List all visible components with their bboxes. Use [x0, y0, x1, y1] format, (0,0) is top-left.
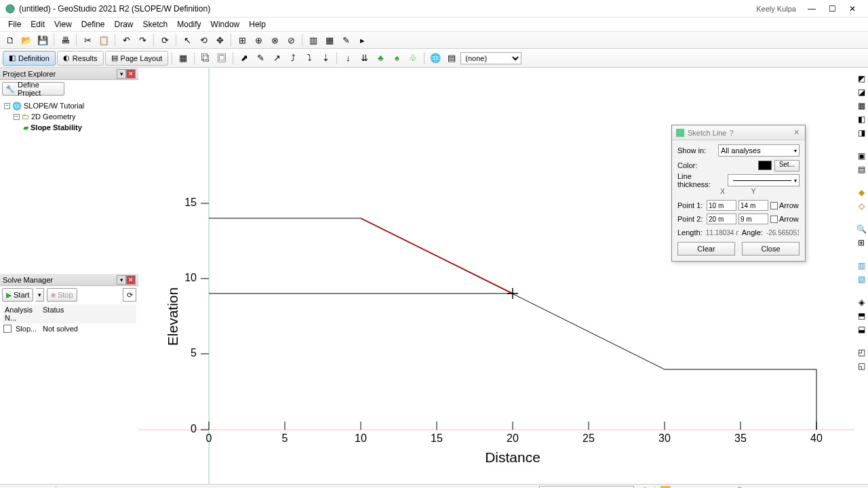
rs-icon-3[interactable]: ▦ — [856, 100, 867, 111]
set-color-button[interactable]: Set... — [774, 160, 800, 171]
menu-help[interactable]: Help — [245, 18, 270, 30]
veg1-icon[interactable]: ♣ — [373, 51, 388, 66]
define-project-button[interactable]: 🔧 Define Project — [2, 82, 64, 96]
pointer-icon[interactable]: ↖ — [180, 33, 195, 47]
rs-icon-12[interactable]: ▥ — [856, 260, 867, 271]
solve-row[interactable]: Slop... Not solved — [2, 323, 136, 334]
menu-view[interactable]: View — [50, 18, 76, 30]
rs-icon-10[interactable]: 🔍 — [856, 224, 867, 235]
show-in-select[interactable]: All analyses▾ — [718, 144, 800, 157]
undo-icon[interactable]: ↶ — [119, 33, 134, 47]
page-indicator[interactable]: 1 — [660, 486, 671, 489]
dialog-close-icon[interactable]: ✕ — [791, 128, 801, 137]
rs-icon-1[interactable]: ◩ — [856, 73, 867, 84]
surcharge-icon[interactable]: ⇣ — [318, 51, 333, 66]
thickness-select[interactable]: ▾ — [728, 174, 800, 186]
snap3-icon[interactable]: ⊗ — [267, 33, 282, 47]
minimize-button[interactable]: — — [802, 2, 822, 16]
collapse-icon[interactable]: − — [4, 103, 10, 109]
rs-icon-11[interactable]: ⊞ — [856, 237, 867, 248]
drawing-canvas[interactable]: 0 5 10 15 0 5 10 15 20 25 30 35 — [138, 68, 854, 484]
menu-sketch[interactable]: Sketch — [139, 18, 172, 30]
region-icon[interactable]: ▥ — [306, 33, 321, 47]
maximize-button[interactable]: ☐ — [822, 2, 842, 16]
clear-button[interactable]: Clear — [677, 242, 735, 256]
rs-icon-6[interactable]: ▣ — [856, 150, 867, 161]
units-icon[interactable]: 📏 — [639, 486, 655, 489]
print-status-icon[interactable]: 🖶 — [695, 486, 708, 489]
tab-definition[interactable]: ◧ Definition — [3, 51, 56, 66]
menu-edit[interactable]: Edit — [26, 18, 49, 30]
rs-icon-8[interactable]: ◆ — [856, 187, 867, 198]
snap1-icon[interactable]: ⊞ — [235, 33, 250, 47]
world-icon[interactable]: 🌐 — [428, 51, 443, 66]
save-icon[interactable]: 💾 — [35, 33, 50, 47]
sm-close-icon[interactable]: ✕ — [126, 275, 136, 285]
rs-icon-13[interactable]: ▧ — [856, 274, 867, 285]
rs-icon-9[interactable]: ◇ — [856, 201, 867, 211]
rs-icon-5[interactable]: ◨ — [856, 127, 867, 138]
rotate-icon[interactable]: ⟲ — [196, 33, 211, 47]
material-icon[interactable]: ▦ — [322, 33, 337, 47]
open-icon[interactable]: 📂 — [19, 33, 34, 47]
cut-icon[interactable]: ✂ — [80, 33, 95, 47]
rs-icon-14[interactable]: ◈ — [856, 297, 867, 308]
tool-b-icon[interactable]: ▸ — [355, 33, 370, 47]
dialog-titlebar[interactable]: Sketch Line ? ✕ — [672, 125, 805, 140]
copy-view-icon[interactable]: ⿻ — [198, 51, 213, 66]
veg3-icon[interactable]: ♧ — [406, 51, 420, 66]
anchor-icon[interactable]: ⤵ — [302, 51, 317, 66]
rs-icon-7[interactable]: ▤ — [856, 164, 867, 175]
snap4-icon[interactable]: ⊘ — [283, 33, 298, 47]
help-icon[interactable]: ? — [726, 129, 736, 137]
collapse-icon[interactable]: − — [14, 114, 20, 120]
rs-icon-18[interactable]: ◱ — [856, 361, 867, 371]
dock-icon[interactable]: ▾ — [117, 69, 126, 79]
tool-a-icon[interactable]: ✎ — [338, 33, 353, 47]
point1-arrow-checkbox[interactable] — [770, 202, 778, 209]
layer-select[interactable]: (none) — [460, 52, 521, 64]
point2-arrow-checkbox[interactable] — [770, 216, 778, 223]
tree-geometry[interactable]: − 🗀 2D Geometry — [14, 111, 134, 122]
entry-icon[interactable]: ⬈ — [237, 51, 252, 66]
start-button[interactable]: ▶ Start — [2, 288, 33, 302]
stop-button[interactable]: ■ Stop — [47, 288, 77, 302]
pan-icon[interactable]: ✥ — [212, 33, 227, 47]
point2-x-input[interactable] — [707, 214, 736, 224]
dock-icon[interactable]: ▾ — [117, 275, 126, 285]
rs-icon-17[interactable]: ◰ — [856, 347, 867, 358]
support1-icon[interactable]: ↓ — [340, 51, 355, 66]
point2-y-input[interactable] — [738, 214, 768, 224]
pe-close-icon[interactable]: ✕ — [126, 69, 136, 79]
close-dialog-button[interactable]: Close — [742, 242, 800, 256]
layer-icon[interactable]: ▤ — [444, 51, 459, 66]
tree-analysis[interactable]: ▰ Slope Stability — [23, 122, 134, 133]
new-icon[interactable]: 🗋 — [3, 33, 18, 47]
refresh-icon[interactable]: ⟳ — [157, 33, 172, 47]
menu-window[interactable]: Window — [207, 18, 244, 30]
rs-icon-15[interactable]: ⬒ — [856, 310, 867, 321]
menu-file[interactable]: File — [4, 18, 25, 30]
menu-define[interactable]: Define — [77, 18, 109, 30]
point1-x-input[interactable] — [707, 200, 736, 211]
rs-icon-4[interactable]: ◧ — [856, 114, 867, 125]
close-button[interactable]: ✕ — [842, 2, 863, 16]
tab-results[interactable]: ◐ Results — [57, 51, 104, 66]
snap2-icon[interactable]: ⊕ — [251, 33, 266, 47]
copy2-icon[interactable]: ⿴ — [214, 51, 229, 66]
menu-modify[interactable]: Modify — [173, 18, 205, 30]
slip-icon[interactable]: ✎ — [253, 51, 268, 66]
menu-draw[interactable]: Draw — [111, 18, 138, 30]
rs-icon-2[interactable]: ◪ — [856, 87, 867, 98]
pwp-icon[interactable]: ↗ — [269, 51, 284, 66]
row-checkbox[interactable] — [3, 325, 12, 333]
support2-icon[interactable]: ⇊ — [357, 51, 372, 66]
tab-page-layout[interactable]: ▤ Page Layout — [105, 51, 169, 66]
grid-icon[interactable]: ▦ — [176, 51, 191, 66]
veg2-icon[interactable]: ♠ — [389, 51, 404, 66]
point1-y-input[interactable] — [738, 200, 768, 211]
redo-icon[interactable]: ↷ — [135, 33, 150, 47]
start-dropdown[interactable]: ▾ — [36, 288, 44, 302]
tension-icon[interactable]: ⤴ — [285, 51, 300, 66]
rs-icon-16[interactable]: ⬓ — [856, 324, 867, 335]
